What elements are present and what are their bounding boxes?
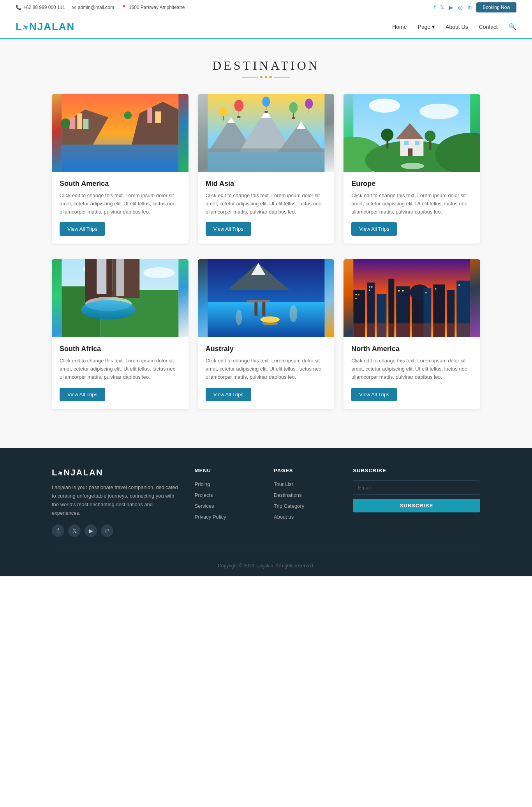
nav-page[interactable]: Page ▾ (418, 24, 435, 30)
search-icon[interactable]: 🔍 (509, 23, 516, 30)
card-image-mid-asia (198, 94, 335, 172)
footer-pages-link-destinations[interactable]: Destinations (274, 492, 302, 498)
svg-rect-7 (147, 108, 152, 123)
footer-pages-link-aboutus[interactable]: About us (274, 514, 294, 520)
svg-point-30 (305, 99, 313, 109)
svg-point-28 (220, 107, 227, 116)
view-trips-south-america[interactable]: View All Trips (60, 222, 105, 236)
svg-rect-90 (402, 290, 404, 291)
nav-contact[interactable]: Contact (479, 24, 498, 30)
svg-rect-55 (97, 259, 106, 294)
email-address: admin@mail.com (78, 5, 114, 10)
svg-rect-56 (116, 259, 124, 296)
footer-pinterest-icon[interactable]: P (101, 524, 113, 537)
card-title-australy: Australy (206, 345, 327, 353)
svg-rect-84 (358, 294, 360, 295)
footer-pages-col: PAGES Tour List Destinations Trip Catego… (274, 468, 337, 537)
footer-menu-link-privacy[interactable]: Privacy Policy (195, 514, 226, 520)
card-body-north-america: North America Click edit to change this … (344, 337, 480, 409)
card-europe: Europe Click edit to change this text. L… (344, 94, 480, 244)
svg-rect-4 (69, 117, 75, 129)
destinations-row-1: South America Click edit to change this … (52, 94, 480, 244)
svg-rect-66 (247, 300, 270, 302)
address-item: 📍 1600 Parkway Amphiteatre (121, 5, 185, 10)
footer-logo: L✈NJALAN (52, 468, 179, 478)
svg-rect-94 (354, 323, 470, 337)
footer: L✈NJALAN Lanjalan is your passionate tra… (0, 448, 532, 576)
destinations-row-2: South Africa Click edit to change this t… (52, 259, 480, 409)
footer-menu-link-services[interactable]: Services (195, 503, 214, 509)
view-trips-north-america[interactable]: View All Trips (351, 388, 397, 401)
svg-rect-21 (237, 116, 240, 118)
svg-rect-93 (459, 284, 460, 286)
footer-facebook-icon[interactable]: f (52, 524, 64, 537)
footer-menu-link-pricing[interactable]: Pricing (195, 481, 210, 487)
footer-pages-link-tripcategory[interactable]: Trip Category (274, 503, 304, 509)
card-body-south-africa: South Africa Click edit to change this t… (52, 337, 188, 409)
svg-rect-18 (208, 148, 324, 172)
card-image-south-africa (52, 259, 188, 337)
svg-point-68 (262, 321, 278, 325)
phone-icon: 📞 (16, 5, 21, 10)
svg-rect-6 (83, 119, 88, 129)
facebook-link[interactable]: f (434, 4, 435, 11)
underline-line-left (242, 77, 258, 78)
svg-rect-91 (426, 292, 427, 293)
footer-menu-item-pricing: Pricing (195, 480, 258, 487)
phone-number: +62 88 999 000 111 (23, 5, 65, 10)
card-desc-mid-asia: Click edit to change this text. Lorem ip… (206, 192, 327, 216)
card-title-south-america: South America (60, 180, 181, 188)
email-icon: ✉ (72, 5, 76, 10)
top-bar-right: f 𝕏 ▶ ◎ in Booking Now (434, 2, 516, 12)
footer-pages-list: Tour List Destinations Trip Category Abo… (274, 480, 337, 520)
underline-dot-center (265, 76, 267, 78)
svg-rect-83 (356, 294, 357, 295)
footer-social: f 𝕏 ▶ P (52, 524, 179, 537)
linkedin-link[interactable]: in (467, 4, 472, 11)
footer-pages-item-tripcategory: Trip Category (274, 502, 337, 509)
section-heading: DESTINATION (16, 58, 516, 73)
logo: L✈NJALAN (16, 21, 75, 33)
card-title-mid-asia: Mid Asia (206, 180, 327, 188)
footer-menu-link-projects[interactable]: Projects (195, 492, 213, 498)
card-image-europe (344, 94, 480, 172)
footer-pages-link-tourlist[interactable]: Tour List (274, 481, 293, 487)
booking-button[interactable]: Booking Now (476, 2, 516, 12)
svg-rect-1 (62, 145, 178, 172)
nav-home[interactable]: Home (392, 24, 407, 30)
svg-rect-92 (435, 288, 437, 290)
footer-pages-item-aboutus: About us (274, 513, 337, 520)
card-title-europe: Europe (351, 180, 472, 188)
svg-point-70 (289, 305, 297, 322)
twitter-link[interactable]: 𝕏 (440, 4, 444, 11)
svg-point-22 (262, 97, 270, 107)
underline-line-right (274, 77, 290, 78)
youtube-link[interactable]: ▶ (449, 4, 453, 11)
footer-subscribe-heading: SUBSCRIBE (353, 468, 480, 473)
subscribe-button[interactable]: SUBSCRIBE (353, 499, 480, 512)
subscribe-email-input[interactable] (353, 480, 480, 495)
svg-point-44 (381, 129, 394, 141)
svg-rect-8 (155, 111, 161, 123)
underline-dot-left (260, 76, 262, 78)
footer-pages-heading: PAGES (274, 468, 337, 473)
svg-point-58 (81, 300, 136, 320)
view-trips-australy[interactable]: View All Trips (206, 388, 251, 401)
footer-menu-item-privacy: Privacy Policy (195, 513, 258, 520)
card-desc-south-america: Click edit to change this text. Lorem ip… (60, 192, 181, 216)
nav-about[interactable]: About Us (446, 24, 468, 30)
header: L✈NJALAN Home Page ▾ About Us Contact 🔍 (0, 15, 532, 39)
location-icon: 📍 (121, 5, 127, 10)
view-trips-south-africa[interactable]: View All Trips (60, 388, 105, 401)
card-mid-asia: Mid Asia Click edit to change this text.… (198, 94, 335, 244)
view-trips-europe[interactable]: View All Trips (351, 222, 397, 236)
footer-youtube-icon[interactable]: ▶ (85, 524, 97, 537)
view-trips-mid-asia[interactable]: View All Trips (206, 222, 251, 236)
footer-top: L✈NJALAN Lanjalan is your passionate tra… (52, 468, 480, 549)
phone-item: 📞 +62 88 999 000 111 (16, 5, 65, 10)
card-title-south-africa: South Africa (60, 345, 181, 353)
card-body-south-america: South America Click edit to change this … (52, 172, 188, 244)
svg-point-34 (420, 104, 459, 119)
instagram-link[interactable]: ◎ (458, 4, 463, 11)
footer-twitter-icon[interactable]: 𝕏 (68, 524, 81, 537)
